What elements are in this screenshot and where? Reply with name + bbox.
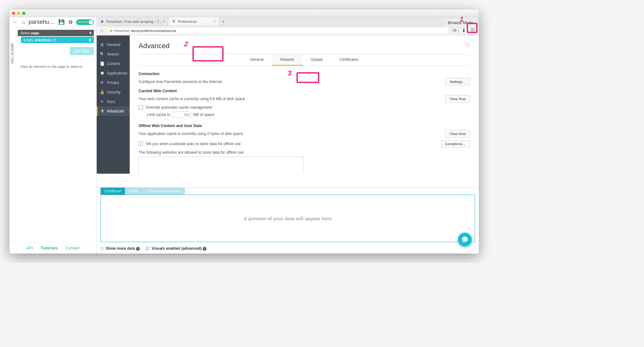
save-icon[interactable]: 💾 — [58, 19, 65, 25]
override-cache-checkbox[interactable] — [139, 105, 143, 110]
prefs-nav-security[interactable]: 🔒Security — [97, 87, 130, 97]
tab-label: Preferences — [178, 20, 197, 23]
select-label: Select — [20, 31, 30, 35]
subtab-general[interactable]: General — [242, 54, 272, 66]
window-minimize-icon[interactable] — [17, 12, 20, 15]
limit-cache-input[interactable] — [172, 112, 191, 118]
preview-footer: Show more data ? ☑ Visuals enabled (adva… — [97, 245, 479, 254]
template-tab[interactable]: ⋮ main_template — [10, 27, 15, 242]
search-icon: 🔍 — [100, 52, 104, 56]
app-window: ← ⌂ parsehu… 💾 ✿ BROWSE ⋮ main_template — [10, 10, 479, 254]
preview-tab-csv[interactable]: CSV/Excel — [101, 188, 125, 195]
subtab-network[interactable]: Network — [272, 54, 302, 66]
nav-label: Content — [107, 61, 120, 66]
show-more-label: Show more data — [106, 246, 135, 251]
project-name: parsehu… — [29, 19, 56, 25]
gear-favicon-icon: ⚙ — [172, 19, 176, 24]
offline-tell-checkbox[interactable]: ✓ — [139, 142, 143, 146]
tab-close-icon[interactable]: × — [213, 19, 216, 24]
offline-heading: Offline Web Content and User Data — [139, 124, 470, 128]
select-command-row[interactable]: Select page + — [18, 30, 94, 36]
left-toolbar: ← ⌂ parsehu… 💾 ✿ BROWSE — [10, 17, 96, 27]
left-sidebar: ← ⌂ parsehu… 💾 ✿ BROWSE ⋮ main_template — [10, 17, 97, 254]
show-more-radio[interactable] — [101, 247, 104, 250]
nav-label: General — [107, 42, 120, 47]
offline-allowed-label: The following websites are allowed to st… — [139, 150, 470, 155]
prefs-nav-advanced[interactable]: ⚗Advanced — [97, 106, 130, 116]
nav-label: Sync — [107, 100, 115, 104]
help-icon[interactable]: ? — [203, 247, 206, 251]
nav-label: Applications — [107, 71, 127, 75]
add-command-icon[interactable]: + — [89, 30, 92, 36]
delete-icon[interactable]: 🗑 — [88, 38, 92, 42]
preview-tab-json[interactable]: JSON — [125, 188, 142, 195]
nav-label: Security — [107, 90, 120, 94]
offline-sites-listbox[interactable] — [139, 157, 303, 174]
offline-tell-label: Tell you when a website asks to store da… — [146, 142, 241, 146]
advanced-subtabs: General Network Update Certificates — [139, 54, 470, 66]
nav-label: Advanced — [107, 109, 124, 113]
downloads-icon[interactable]: ⬇ — [460, 27, 467, 34]
preview-tabs: CSV/Excel JSON CSV/Excel Wide (beta) — [101, 188, 479, 195]
nav-back-icon[interactable]: ← — [99, 28, 106, 34]
prefs-nav-privacy[interactable]: 👁Privacy — [97, 78, 130, 87]
connection-heading: Connection — [139, 72, 470, 76]
prefs-nav-general[interactable]: ⊞General — [97, 40, 130, 49]
get-data-button[interactable]: Get Data — [70, 47, 94, 55]
browse-toggle[interactable]: BROWSE — [76, 19, 94, 25]
limit-cache-unit: MB of space — [193, 112, 214, 117]
footer-contact-link[interactable]: Contact — [65, 246, 80, 250]
back-icon[interactable]: ← — [12, 19, 18, 25]
url-input[interactable]: ◉ ParseHub about:preferences#advanced — [107, 27, 449, 34]
left-footer: API Tutorials Contact — [10, 242, 96, 254]
settings-icon[interactable]: ✿ — [67, 19, 74, 25]
prefs-nav-search[interactable]: 🔍Search — [97, 49, 130, 59]
prefs-nav-content[interactable]: 📄Content — [97, 59, 130, 68]
new-tab-button[interactable]: + — [219, 17, 227, 26]
preview-body: A preview of your data will appear here — [101, 195, 475, 242]
browser-tabs: ◆ ParseHub | Free web scraping – T… × ⚙ … — [97, 17, 479, 26]
cached-heading: Cached Web Content — [139, 89, 470, 93]
empty-count: (0) — [52, 38, 56, 42]
offline-exceptions-button[interactable]: Exceptions… — [441, 140, 470, 148]
page-heading: Advanced — [139, 42, 470, 50]
preview-tab-wide[interactable]: CSV/Excel Wide (beta) — [142, 188, 185, 195]
security-icon: 🔒 — [100, 90, 104, 94]
offline-clear-button[interactable]: Clear Now — [446, 130, 470, 138]
tab-close-icon[interactable]: × — [163, 19, 165, 24]
general-icon: ⊞ — [100, 42, 104, 47]
visuals-checkbox[interactable]: ☑ — [146, 246, 150, 251]
offline-desc: Your application cache is currently usin… — [139, 132, 243, 136]
home-icon[interactable]: ⌂ — [20, 19, 27, 25]
cached-desc: Your web content cache is currently usin… — [139, 97, 245, 101]
browser-tab[interactable]: ⚙ Preferences × — [168, 17, 219, 26]
subtab-certificates[interactable]: Certificates — [331, 54, 367, 66]
site-identity-icon: ◉ — [110, 29, 113, 33]
help-icon[interactable]: ? — [136, 247, 140, 251]
empty-selection-row[interactable]: Empty selection1 (0) 🗑 — [21, 37, 94, 43]
browser-tab[interactable]: ◆ ParseHub | Free web scraping – T… × — [97, 17, 168, 26]
annotation-2-label: 2 — [184, 40, 188, 48]
cached-clear-button[interactable]: Clear Now — [446, 95, 470, 103]
footer-api-link[interactable]: API — [26, 246, 33, 250]
prefs-nav-applications[interactable]: 🔲Applications — [97, 68, 130, 78]
subtab-update[interactable]: Update — [302, 54, 331, 66]
reload-icon[interactable]: ⟳ — [451, 27, 459, 34]
empty-label: Empty — [23, 38, 33, 42]
nav-label: Search — [107, 52, 119, 56]
chat-widget-icon[interactable] — [458, 233, 472, 247]
window-maximize-icon[interactable] — [22, 12, 25, 15]
url-path: about:preferences#advanced — [131, 29, 176, 33]
command-panel: Select page + Empty selection1 (0) 🗑 Get… — [15, 27, 96, 242]
connection-desc: Configure how ParseHub connects to the I… — [139, 80, 222, 84]
preferences-content: Advanced ? General Network Update Certif… — [130, 35, 479, 174]
visuals-label: Visuals enabled (advanced) — [152, 246, 201, 251]
empty-target: selection1 — [34, 38, 51, 42]
footer-tutorials-link[interactable]: Tutorials — [41, 246, 58, 250]
preferences-page: ⊞General 🔍Search 📄Content 🔲Applications … — [97, 35, 479, 174]
prefs-nav-sync[interactable]: ↻Sync — [97, 97, 130, 106]
help-icon[interactable]: ? — [465, 42, 470, 48]
hamburger-menu-icon[interactable]: ☰ — [469, 27, 476, 34]
window-close-icon[interactable] — [12, 12, 15, 15]
connection-settings-button[interactable]: Settings… — [446, 78, 470, 86]
